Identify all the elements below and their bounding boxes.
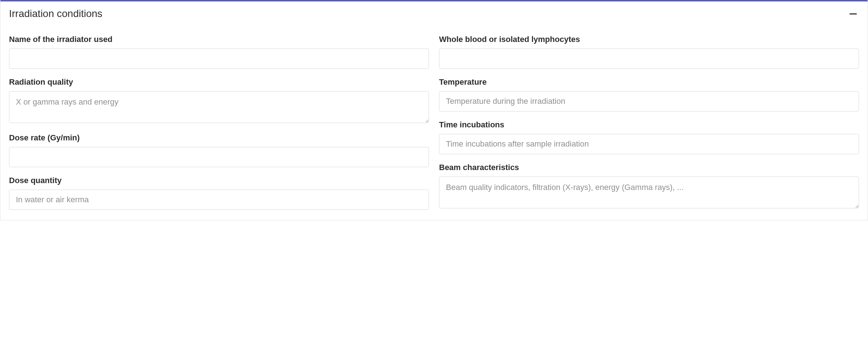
field-blood-type: Whole blood or isolated lymphocytes — [439, 35, 859, 69]
panel-title: Irradiation conditions — [9, 8, 102, 20]
beam-characteristics-label: Beam characteristics — [439, 163, 859, 172]
dose-rate-label: Dose rate (Gy/min) — [9, 133, 429, 143]
field-irradiator: Name of the irradiator used — [9, 35, 429, 69]
field-beam-characteristics: Beam characteristics — [439, 163, 859, 210]
beam-characteristics-textarea[interactable] — [439, 177, 859, 208]
collapse-icon[interactable] — [850, 13, 857, 14]
field-radiation-quality: Radiation quality — [9, 77, 429, 124]
panel-header: Irradiation conditions — [0, 1, 868, 22]
irradiator-input[interactable] — [9, 48, 429, 69]
field-time-incubations: Time incubations — [439, 120, 859, 154]
dose-rate-input[interactable] — [9, 147, 429, 167]
temperature-label: Temperature — [439, 77, 859, 87]
irradiation-conditions-panel: Irradiation conditions Name of the irrad… — [0, 0, 868, 220]
dose-quantity-label: Dose quantity — [9, 176, 429, 185]
right-column: Whole blood or isolated lymphocytes Temp… — [439, 26, 859, 210]
time-incubations-label: Time incubations — [439, 120, 859, 130]
left-column: Name of the irradiator used Radiation qu… — [9, 26, 429, 210]
irradiator-label: Name of the irradiator used — [9, 35, 429, 44]
temperature-input[interactable] — [439, 91, 859, 111]
panel-body: Name of the irradiator used Radiation qu… — [0, 22, 868, 220]
blood-type-label: Whole blood or isolated lymphocytes — [439, 35, 859, 44]
field-dose-quantity: Dose quantity — [9, 176, 429, 210]
blood-type-input[interactable] — [439, 48, 859, 69]
time-incubations-input[interactable] — [439, 134, 859, 154]
field-dose-rate: Dose rate (Gy/min) — [9, 133, 429, 167]
radiation-quality-textarea[interactable] — [9, 91, 429, 123]
radiation-quality-label: Radiation quality — [9, 77, 429, 87]
field-temperature: Temperature — [439, 77, 859, 111]
dose-quantity-input[interactable] — [9, 190, 429, 210]
